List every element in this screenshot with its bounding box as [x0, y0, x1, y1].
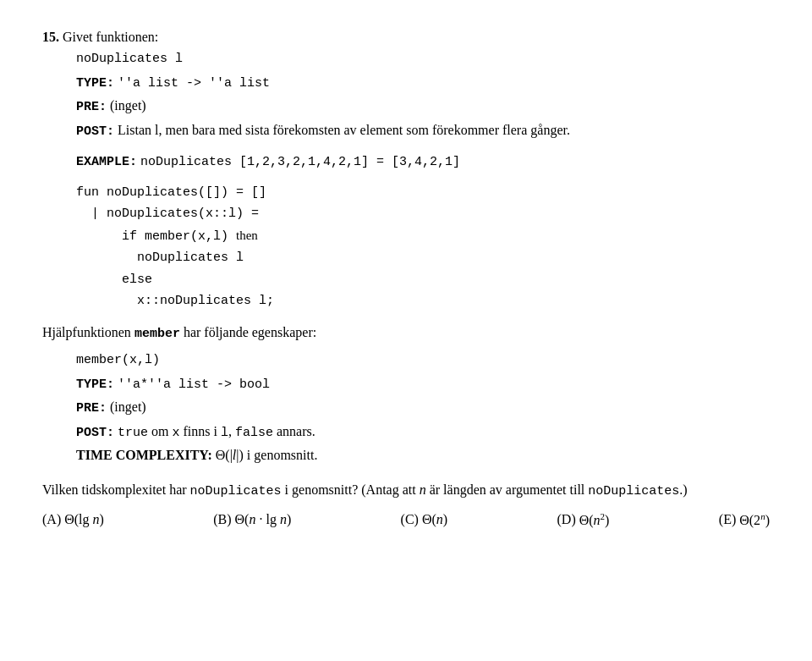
member-pre-label: PRE: — [76, 401, 107, 416]
code-line-6: x::noDuplicates l; — [76, 290, 770, 312]
member-type-line: TYPE: ''a*''a list -> bool — [76, 372, 770, 396]
type-line: TYPE: ''a list -> ''a list — [76, 70, 770, 95]
code-line-1: fun noDuplicates([]) = [] — [76, 182, 770, 204]
member-type-label: TYPE: — [76, 377, 114, 392]
post-label: POST: — [76, 124, 114, 139]
option-c: (C) Θ(n) — [401, 511, 448, 528]
member-post-label: POST: — [76, 426, 114, 440]
option-d-label: (D) — [557, 512, 576, 527]
code-block: fun noDuplicates([]) = [] | noDuplicates… — [42, 182, 770, 312]
option-e-label: (E) — [719, 512, 736, 527]
question-text: Vilken tidskomplexitet har noDuplicates … — [42, 478, 770, 503]
time-value: Θ(|l|) i genomsnitt. — [216, 448, 318, 462]
option-d-value: Θ(n2) — [579, 511, 610, 528]
answer-options: (A) Θ(lg n) (B) Θ(n · lg n) (C) Θ(n) (D)… — [42, 511, 770, 528]
example-value: noDuplicates [1,2,3,2,1,4,2,1] = [3,4,2,… — [140, 155, 460, 169]
page-content: 15. Givet funktionen: noDuplicates l TYP… — [42, 25, 770, 528]
time-complexity-line: TIME COMPLEXITY: Θ(|l|) i genomsnitt. — [76, 443, 770, 466]
option-a-value: Θ(lg n) — [64, 512, 104, 527]
problem-number: 15. — [42, 30, 59, 44]
example-line: EXAMPLE: noDuplicates [1,2,3,2,1,4,2,1] … — [76, 149, 770, 174]
pre-value: (inget) — [110, 98, 146, 113]
option-c-label: (C) — [401, 512, 419, 527]
problem-intro: 15. Givet funktionen: — [42, 25, 770, 48]
member-pre-line: PRE: (inget) — [76, 395, 770, 420]
option-b-label: (B) — [213, 512, 231, 527]
member-type-value: ''a*''a list -> bool — [118, 377, 270, 392]
pre-label: PRE: — [76, 100, 107, 114]
type-label: TYPE: — [76, 76, 114, 91]
option-a-label: (A) — [42, 512, 61, 527]
helper-text-span: Hjälpfunktionen member har följande egen… — [42, 325, 316, 339]
example-label: EXAMPLE: — [76, 155, 137, 169]
function-name: noDuplicates l — [76, 48, 770, 70]
option-b: (B) Θ(n · lg n) — [213, 511, 291, 528]
member-pre-value: (inget) — [110, 399, 146, 414]
helper-text: Hjälpfunktionen member har följande egen… — [42, 321, 770, 345]
code-line-3: if member(x,l) then — [76, 225, 770, 248]
option-d: (D) Θ(n2) — [557, 511, 610, 528]
code-line-2: | noDuplicates(x::l) = — [76, 203, 770, 225]
time-label: TIME COMPLEXITY: — [76, 448, 212, 462]
option-c-value: Θ(n) — [422, 512, 447, 527]
option-b-value: Θ(n · lg n) — [235, 512, 292, 527]
post-line: POST: Listan l, men bara med sista förek… — [76, 118, 770, 143]
option-e-value: Θ(2n) — [739, 511, 770, 528]
pre-line: PRE: (inget) — [76, 94, 770, 118]
option-e: (E) Θ(2n) — [719, 511, 770, 528]
type-value: ''a list -> ''a list — [118, 76, 270, 91]
member-sig: member(x,l) — [76, 350, 770, 372]
member-post-line: POST: true om x finns i l, false annars. — [76, 420, 770, 444]
code-line-5: else — [76, 269, 770, 291]
post-value: Listan l, men bara med sista förekomsten… — [118, 123, 570, 137]
code-line-4: noDuplicates l — [76, 247, 770, 269]
option-a: (A) Θ(lg n) — [42, 511, 104, 528]
member-post-value: true om x finns i l, false annars. — [118, 424, 315, 438]
intro-text: Givet funktionen: — [63, 30, 158, 44]
